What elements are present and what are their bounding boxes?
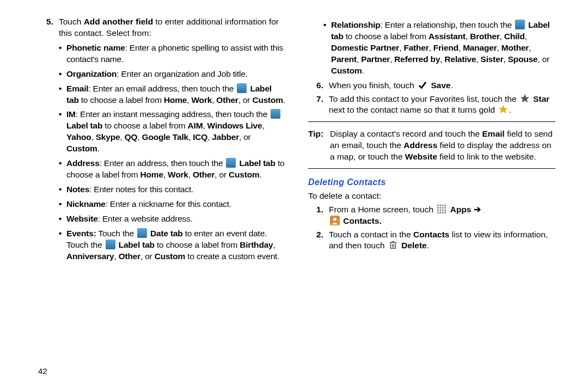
- svg-rect-4: [442, 205, 444, 206]
- bullet-events: Events: Touch the Date tab to enter an e…: [59, 228, 285, 262]
- step-body: Touch Add another field to enter additio…: [59, 16, 285, 266]
- svg-rect-7: [440, 207, 442, 209]
- tip-label: Tip:: [308, 128, 330, 163]
- svg-rect-8: [442, 207, 444, 209]
- star-outline-icon: [520, 94, 530, 103]
- divider: [308, 168, 555, 169]
- checkmark-icon: [418, 80, 427, 90]
- tip-text: Display a contact's record and touch the…: [330, 128, 555, 163]
- step-number: 2.: [308, 229, 329, 252]
- bullet-relationship: Relationship: Enter a relationship, then…: [323, 20, 555, 77]
- svg-rect-10: [437, 210, 439, 211]
- step-number: 7.: [308, 94, 329, 117]
- svg-rect-2: [437, 205, 439, 206]
- svg-rect-15: [440, 212, 442, 213]
- bullet-phonetic: Phonetic name: Enter a phonetic spelling…: [59, 42, 285, 65]
- step-body: When you finish, touch Save.: [329, 80, 555, 91]
- bullet-organization: Organization: Enter an organization and …: [59, 69, 285, 80]
- svg-point-19: [333, 217, 336, 220]
- bullet-website: Website: Enter a website address.: [59, 213, 285, 225]
- right-column: Relationship: Enter a relationship, then…: [308, 16, 555, 268]
- svg-rect-3: [440, 205, 442, 206]
- deleting-step-1: 1. From a Home screen, touch Apps ➔ Cont…: [308, 204, 555, 227]
- svg-rect-6: [437, 207, 439, 209]
- label-tab-icon: [237, 83, 247, 93]
- step-6: 6. When you finish, touch Save.: [308, 80, 555, 91]
- step-body: From a Home screen, touch Apps ➔ Contact…: [329, 204, 555, 227]
- manual-page: 5. Touch Add another field to enter addi…: [0, 0, 588, 284]
- tip-block: Tip: Display a contact's record and touc…: [308, 128, 555, 163]
- contacts-app-icon: [330, 216, 340, 225]
- svg-rect-9: [445, 207, 446, 209]
- deleting-step-2: 2. Touch a contact in the Contacts list …: [308, 229, 555, 252]
- svg-rect-12: [442, 210, 444, 211]
- bullet-nickname: Nickname: Enter a nickname for this cont…: [59, 199, 285, 210]
- step-7: 7. To add this contact to your Favorites…: [308, 94, 555, 117]
- date-tab-icon: [137, 228, 147, 238]
- section-title-deleting: Deleting Contacts: [308, 176, 555, 188]
- step-body: To add this contact to your Favorites li…: [329, 94, 555, 117]
- svg-rect-11: [440, 210, 442, 211]
- svg-rect-16: [442, 212, 444, 213]
- bullet-email: Email: Enter an email address, then touc…: [59, 83, 285, 106]
- step-number: 1.: [308, 204, 329, 227]
- label-tab-icon: [515, 20, 525, 29]
- arrow-icon: ➔: [471, 205, 480, 214]
- svg-rect-17: [445, 212, 446, 213]
- bullet-im: IM: Enter an instant messaging address, …: [59, 109, 285, 155]
- step-5: 5. Touch Add another field to enter addi…: [38, 16, 285, 266]
- label-tab-icon: [271, 109, 280, 119]
- trash-icon: [388, 240, 398, 250]
- step-number: 6.: [308, 80, 329, 91]
- step-number: 5.: [38, 16, 59, 266]
- svg-rect-13: [445, 210, 446, 211]
- apps-grid-icon: [437, 204, 446, 214]
- svg-rect-14: [437, 212, 439, 213]
- svg-marker-0: [520, 94, 529, 102]
- star-gold-icon: [498, 105, 508, 114]
- deleting-intro: To delete a contact:: [308, 191, 555, 202]
- left-column: 5. Touch Add another field to enter addi…: [38, 16, 285, 268]
- divider: [308, 121, 555, 122]
- svg-marker-1: [499, 106, 507, 113]
- label-tab-icon: [106, 240, 115, 249]
- page-number: 42: [38, 366, 47, 377]
- bullet-notes: Notes: Enter notes for this contact.: [59, 184, 285, 195]
- svg-rect-5: [445, 205, 446, 206]
- label-tab-icon: [226, 158, 236, 168]
- bullet-address: Address: Enter an address, then touch th…: [59, 158, 285, 181]
- step-body: Touch a contact in the Contacts list to …: [329, 229, 555, 252]
